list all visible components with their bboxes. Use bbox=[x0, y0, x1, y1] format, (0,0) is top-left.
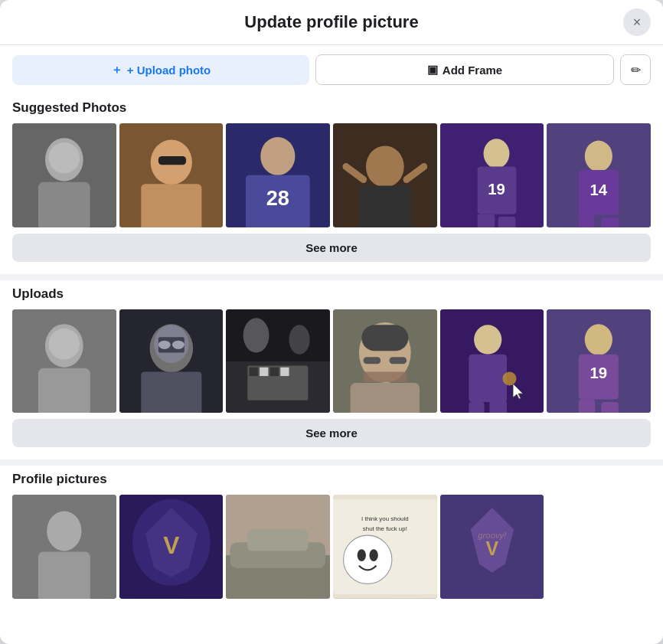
suggested-photos-title: Suggested Photos bbox=[12, 94, 651, 123]
upload-photo-4[interactable] bbox=[333, 309, 437, 414]
svg-rect-36 bbox=[38, 368, 90, 414]
suggested-photo-4[interactable] bbox=[333, 123, 437, 227]
svg-rect-60 bbox=[351, 383, 420, 414]
svg-point-71 bbox=[585, 324, 612, 355]
section-divider-1 bbox=[0, 274, 663, 280]
svg-rect-57 bbox=[364, 357, 381, 364]
suggested-photo-3[interactable]: 28 bbox=[226, 123, 330, 227]
suggested-see-more-button[interactable]: See more bbox=[12, 234, 651, 262]
svg-rect-33 bbox=[602, 217, 619, 227]
upload-photo-1[interactable] bbox=[12, 309, 116, 414]
svg-point-53 bbox=[289, 325, 310, 354]
upload-photo-6[interactable]: 19 bbox=[547, 309, 651, 414]
uploads-photo-grid: 19 bbox=[12, 309, 651, 414]
upload-photo-label: + Upload photo bbox=[127, 64, 211, 77]
svg-point-16 bbox=[366, 145, 404, 187]
action-bar: ＋ + Upload photo ▣ Add Frame ✏ bbox=[0, 45, 663, 94]
svg-point-37 bbox=[48, 329, 80, 360]
profile-pictures-grid: V bbox=[12, 495, 651, 599]
modal-title: Update profile picture bbox=[244, 12, 418, 32]
frame-icon: ▣ bbox=[427, 63, 438, 77]
svg-rect-56 bbox=[361, 325, 408, 351]
svg-point-42 bbox=[158, 340, 171, 348]
svg-rect-58 bbox=[389, 357, 407, 364]
svg-point-3 bbox=[48, 142, 80, 174]
svg-rect-59 bbox=[364, 371, 407, 382]
svg-rect-32 bbox=[579, 215, 594, 227]
upload-plus-icon: ＋ bbox=[111, 63, 122, 77]
upload-photo-button[interactable]: ＋ + Upload photo bbox=[12, 55, 309, 85]
svg-rect-50 bbox=[270, 367, 279, 375]
svg-point-22 bbox=[483, 139, 509, 168]
svg-rect-17 bbox=[359, 185, 411, 227]
svg-point-90 bbox=[344, 535, 392, 584]
modal-header: Update profile picture × bbox=[0, 0, 663, 45]
edit-button[interactable]: ✏ bbox=[620, 54, 651, 85]
svg-rect-49 bbox=[260, 367, 268, 375]
svg-rect-25 bbox=[477, 214, 495, 227]
section-divider-2 bbox=[0, 459, 663, 466]
suggested-photos-section: Suggested Photos bbox=[0, 94, 663, 274]
svg-text:28: 28 bbox=[266, 186, 289, 210]
svg-text:14: 14 bbox=[590, 181, 608, 198]
edit-icon: ✏ bbox=[631, 63, 641, 77]
upload-photo-5[interactable] bbox=[440, 309, 544, 414]
suggested-see-more-label: See more bbox=[305, 241, 358, 254]
svg-rect-48 bbox=[250, 367, 258, 375]
svg-rect-7 bbox=[158, 156, 186, 165]
suggested-photos-grid: 28 bbox=[12, 123, 651, 227]
svg-text:V: V bbox=[163, 531, 179, 559]
svg-point-92 bbox=[369, 550, 377, 562]
add-frame-button[interactable]: ▣ Add Frame bbox=[315, 54, 614, 85]
svg-point-11 bbox=[261, 137, 296, 175]
close-icon: × bbox=[633, 15, 642, 31]
uploads-see-more-button[interactable]: See more bbox=[12, 419, 651, 447]
svg-text:shut the fuck up!: shut the fuck up! bbox=[363, 526, 407, 533]
profile-pictures-title: Profile pictures bbox=[12, 466, 651, 495]
svg-rect-66 bbox=[489, 400, 507, 413]
svg-point-52 bbox=[243, 318, 269, 352]
svg-text:19: 19 bbox=[488, 181, 505, 198]
suggested-photo-6[interactable]: 14 bbox=[547, 123, 651, 227]
svg-rect-26 bbox=[498, 217, 515, 227]
suggested-photo-1[interactable] bbox=[12, 123, 116, 227]
profile-photo-4[interactable]: I think you should shut the fuck up! bbox=[333, 495, 437, 599]
svg-point-67 bbox=[502, 371, 516, 385]
svg-rect-44 bbox=[141, 371, 201, 413]
uploads-title: Uploads bbox=[12, 280, 651, 309]
svg-text:V: V bbox=[485, 538, 498, 559]
profile-photo-2[interactable]: V bbox=[119, 495, 224, 599]
uploads-see-more-label: See more bbox=[305, 427, 358, 440]
upload-photo-3[interactable] bbox=[226, 309, 330, 414]
svg-rect-85 bbox=[248, 530, 309, 551]
suggested-photo-2[interactable] bbox=[119, 123, 224, 227]
svg-point-29 bbox=[585, 141, 612, 172]
svg-rect-75 bbox=[602, 402, 619, 414]
svg-rect-74 bbox=[579, 399, 595, 413]
svg-text:19: 19 bbox=[590, 364, 608, 381]
svg-rect-8 bbox=[141, 184, 201, 227]
svg-point-63 bbox=[474, 325, 501, 354]
profile-photo-3[interactable] bbox=[226, 495, 330, 599]
uploads-section: Uploads bbox=[0, 280, 663, 460]
svg-rect-64 bbox=[469, 354, 507, 401]
profile-pictures-section: Profile pictures bbox=[0, 466, 663, 611]
update-profile-picture-modal: Update profile picture × ＋ + Upload phot… bbox=[0, 0, 663, 644]
svg-point-91 bbox=[358, 550, 366, 562]
suggested-photo-5[interactable]: 19 bbox=[440, 123, 544, 227]
svg-point-77 bbox=[47, 512, 81, 551]
svg-rect-65 bbox=[469, 402, 484, 414]
add-frame-label: Add Frame bbox=[443, 64, 502, 77]
profile-photo-5[interactable]: groovy! V bbox=[440, 495, 544, 599]
svg-rect-51 bbox=[281, 367, 289, 375]
svg-text:I think you should: I think you should bbox=[361, 515, 409, 522]
svg-point-43 bbox=[172, 340, 185, 348]
svg-rect-78 bbox=[38, 552, 90, 599]
svg-rect-2 bbox=[38, 182, 90, 227]
close-button[interactable]: × bbox=[623, 8, 651, 36]
upload-photo-2[interactable] bbox=[119, 309, 224, 414]
profile-photo-1[interactable] bbox=[12, 495, 116, 599]
